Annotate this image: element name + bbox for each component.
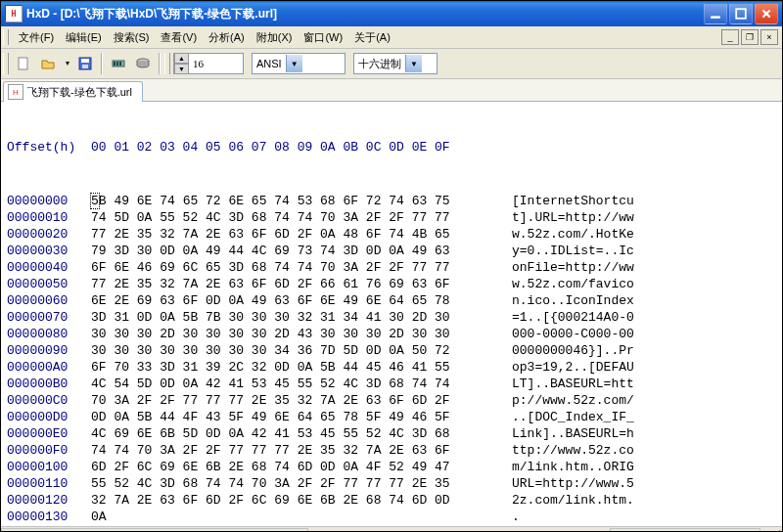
hex-row[interactable]: 0000011055 52 4C 3D 68 74 74 70 3A 2F 2F… bbox=[7, 475, 776, 492]
hex-row[interactable]: 000000406F 6E 46 69 6C 65 3D 68 74 74 70… bbox=[7, 259, 776, 276]
toolbar-grip[interactable] bbox=[3, 53, 9, 74]
number-base-select[interactable]: 十六进制▼ bbox=[353, 53, 438, 74]
hex-row[interactable]: 0000012032 7A 2E 63 6F 6D 2F 6C 69 6E 6B… bbox=[7, 492, 776, 509]
hex-row[interactable]: 000000B04C 54 5D 0D 0A 42 41 53 45 55 52… bbox=[7, 376, 776, 392]
hex-row[interactable]: 0000009030 30 30 30 30 30 30 30 34 36 7D… bbox=[7, 342, 776, 359]
svg-rect-9 bbox=[119, 62, 121, 66]
status-overwrite-mode: 覆盖 bbox=[610, 528, 760, 532]
svg-rect-4 bbox=[81, 59, 89, 63]
svg-rect-0 bbox=[711, 16, 720, 18]
menu-extras[interactable]: 附加(X) bbox=[251, 28, 299, 47]
hex-row[interactable]: 000000005B 49 6E 74 65 72 6E 65 74 53 68… bbox=[7, 193, 776, 209]
close-button[interactable] bbox=[755, 3, 778, 24]
hex-row[interactable]: 0000002077 2E 35 32 7A 2E 63 6F 6D 2F 0A… bbox=[7, 226, 776, 243]
hex-row[interactable]: 000000A06F 70 33 3D 31 39 2C 32 0D 0A 5B… bbox=[7, 359, 776, 376]
hex-row[interactable]: 000000F074 74 70 3A 2F 2F 77 77 77 2E 35… bbox=[7, 442, 776, 459]
open-button[interactable] bbox=[36, 52, 72, 75]
save-button[interactable] bbox=[73, 52, 97, 75]
svg-rect-5 bbox=[82, 65, 88, 68]
menu-analyze[interactable]: 分析(A) bbox=[203, 28, 251, 47]
mdi-minimize-button[interactable]: _ bbox=[721, 29, 739, 45]
title-bar[interactable]: H HxD - [D:\飞翔下载\HxD\飞翔下载-绿色下载.url] bbox=[1, 1, 782, 26]
app-icon: H bbox=[5, 5, 23, 22]
hex-row[interactable]: 000000D00D 0A 5B 44 4F 43 5F 49 6E 64 65… bbox=[7, 409, 776, 425]
hex-row[interactable]: 0000008030 30 30 2D 30 30 30 30 2D 43 30… bbox=[7, 326, 776, 342]
toolbar-grip-2[interactable] bbox=[164, 53, 170, 74]
status-bar: 偏移：0 覆盖 bbox=[1, 526, 782, 532]
mdi-close-button[interactable]: × bbox=[760, 29, 778, 45]
mdi-restore-button[interactable]: ❐ bbox=[741, 29, 759, 45]
document-tab[interactable]: H 飞翔下载-绿色下载.url bbox=[3, 81, 143, 102]
open-ram-button[interactable] bbox=[107, 52, 130, 75]
window-title: HxD - [D:\飞翔下载\HxD\飞翔下载-绿色下载.url] bbox=[26, 6, 704, 22]
svg-rect-7 bbox=[114, 62, 115, 66]
hex-row[interactable]: 000001006D 2F 6C 69 6E 6B 2E 68 74 6D 0D… bbox=[7, 459, 776, 475]
menu-help[interactable]: 关于(A) bbox=[348, 28, 396, 47]
hex-row[interactable]: 000001300A . bbox=[7, 509, 776, 525]
bytes-per-row-input[interactable]: ▲▼ 16 bbox=[173, 53, 244, 74]
hex-column-header: 00 01 02 03 04 05 06 07 08 09 0A 0B 0C 0… bbox=[91, 139, 498, 155]
svg-rect-8 bbox=[116, 62, 118, 66]
document-tab-label: 飞翔下载-绿色下载.url bbox=[27, 85, 132, 100]
file-icon: H bbox=[8, 84, 23, 100]
hex-editor[interactable]: Offset(h) 00 01 02 03 04 05 06 07 08 09 … bbox=[1, 102, 782, 526]
menubar-grip[interactable] bbox=[3, 29, 9, 45]
hex-row[interactable]: 000000E04C 69 6E 6B 5D 0D 0A 42 41 53 45… bbox=[7, 425, 776, 442]
encoding-select[interactable]: ANSI▼ bbox=[252, 53, 345, 74]
menu-search[interactable]: 搜索(S) bbox=[108, 28, 156, 47]
menu-file[interactable]: 文件(F) bbox=[13, 28, 60, 47]
menu-edit[interactable]: 编辑(E) bbox=[60, 28, 108, 47]
open-disk-button[interactable] bbox=[131, 52, 155, 75]
svg-rect-1 bbox=[736, 9, 746, 19]
hex-row[interactable]: 0000001074 5D 0A 55 52 4C 3D 68 74 74 70… bbox=[7, 209, 776, 226]
hex-row[interactable]: 0000003079 3D 30 0D 0A 49 44 4C 69 73 74… bbox=[7, 243, 776, 259]
toolbar: ▲▼ 16 ANSI▼ 十六进制▼ bbox=[1, 49, 782, 79]
hex-row[interactable]: 000000606E 2E 69 63 6F 0D 0A 49 63 6F 6E… bbox=[7, 292, 776, 309]
svg-rect-2 bbox=[19, 58, 27, 69]
document-tab-bar: H 飞翔下载-绿色下载.url bbox=[1, 79, 782, 102]
menu-view[interactable]: 查看(V) bbox=[155, 28, 203, 47]
hex-row[interactable]: 000000703D 31 0D 0A 5B 7B 30 30 30 32 31… bbox=[7, 309, 776, 326]
new-button[interactable] bbox=[12, 52, 35, 75]
offset-header: Offset(h) bbox=[7, 139, 77, 155]
hex-row[interactable]: 000000C070 3A 2F 2F 77 77 77 2E 35 32 7A… bbox=[7, 392, 776, 409]
maximize-button[interactable] bbox=[729, 3, 753, 24]
menu-bar: 文件(F) 编辑(E) 搜索(S) 查看(V) 分析(A) 附加(X) 窗口(W… bbox=[1, 26, 782, 49]
status-offset: 偏移：0 bbox=[1, 528, 308, 532]
minimize-button[interactable] bbox=[704, 3, 727, 24]
menu-window[interactable]: 窗口(W) bbox=[298, 28, 348, 47]
hex-row[interactable]: 0000005077 2E 35 32 7A 2E 63 6F 6D 2F 66… bbox=[7, 276, 776, 292]
